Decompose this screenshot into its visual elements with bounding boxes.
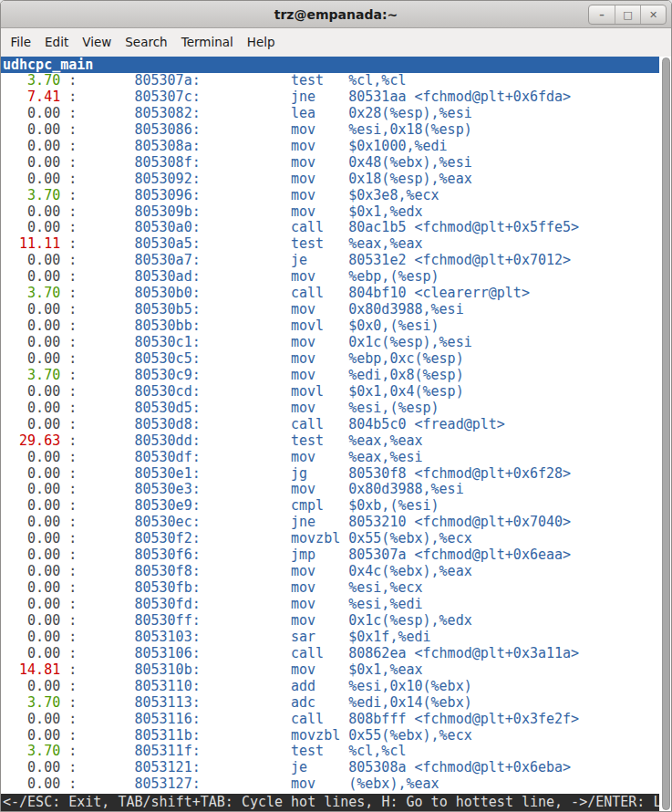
instruction-mnemonic: mov [291, 302, 348, 318]
asm-row[interactable]: 3.70 :80530c9:mov%edi,0x8(%esp) [3, 368, 659, 384]
asm-row[interactable]: 0.00 :80530d8:call804b5c0 <fread@plt> [3, 417, 659, 433]
menu-search[interactable]: Search [119, 28, 174, 57]
asm-row[interactable]: 0.00 :80530ff:mov0x1c(%esp),%edx [3, 613, 659, 630]
menu-view[interactable]: View [76, 28, 119, 57]
asm-row[interactable]: 0.00 :80530b5:mov0x80d3988,%esi [3, 302, 659, 318]
instruction-address: 80530cd: [134, 384, 200, 401]
separator: : [60, 433, 77, 450]
overhead-percent: 0.00 [3, 401, 60, 417]
asm-row[interactable]: 0.00 :80530cd:movl$0x1,0x4(%esp) [3, 384, 659, 401]
asm-row[interactable]: 0.00 :8053106:call80862ea <fchmod@plt+0x… [3, 646, 659, 662]
menu-file[interactable]: File [4, 28, 38, 57]
asm-row[interactable]: 0.00 :80530ad:mov%ebp,(%esp) [3, 269, 659, 286]
instruction-operands: 0x1c(%esp),%edx [348, 613, 471, 630]
separator: : [60, 188, 77, 204]
asm-row[interactable]: 3.70 :80530b0:call804bf10 <clearerr@plt> [3, 286, 659, 302]
maximize-button[interactable]: □ [615, 5, 640, 24]
asm-row[interactable]: 0.00 :8053110:add%esi,0x10(%ebx) [3, 679, 659, 695]
separator: : [60, 662, 77, 679]
asm-row[interactable]: 0.00 :8053121:je805308a <fchmod@plt+0x6e… [3, 760, 659, 776]
overhead-percent: 0.00 [3, 613, 60, 630]
instruction-mnemonic: call [291, 220, 348, 236]
instruction-mnemonic: sar [291, 630, 348, 646]
instruction-address: 8053092: [134, 172, 200, 188]
asm-row[interactable]: 0.00 :805308a:mov$0x1000,%edi [3, 139, 659, 155]
instruction-address: 805307c: [134, 89, 200, 106]
close-icon: ✕ [649, 9, 657, 21]
instruction-address: 80530a0: [134, 220, 200, 236]
asm-row[interactable]: 0.00 :80530d5:mov%esi,(%esp) [3, 401, 659, 417]
menu-terminal[interactable]: Terminal [174, 28, 240, 57]
asm-row[interactable]: 7.41 :805307c:jne80531aa <fchmod@plt+0x6… [3, 89, 659, 106]
asm-row[interactable]: 0.00 :8053116:call808bfff <fchmod@plt+0x… [3, 712, 659, 728]
window-titlebar[interactable]: trz@empanada:~ – □ ✕ [1, 1, 671, 28]
instruction-operands: 0x80d3988,%esi [348, 482, 463, 498]
asm-row[interactable]: 0.00 :80530f8:mov0x4c(%ebx),%eax [3, 564, 659, 580]
asm-row[interactable]: 0.00 :8053092:mov0x18(%esp),%eax [3, 172, 659, 188]
asm-row[interactable]: 0.00 :805309b:mov$0x1,%edx [3, 204, 659, 221]
asm-row[interactable]: 0.00 :8053103:sar$0x1f,%edi [3, 630, 659, 646]
asm-row[interactable]: 3.70 :805311f:test%cl,%cl [3, 744, 659, 760]
asm-row[interactable]: 0.00 :80530fd:mov%esi,%edi [3, 597, 659, 613]
separator: : [60, 646, 77, 662]
menu-edit[interactable]: Edit [38, 28, 76, 57]
instruction-address: 8053106: [134, 646, 200, 662]
asm-row[interactable]: 0.00 :805308f:mov0x48(%ebx),%esi [3, 155, 659, 172]
instruction-operands: 804b5c0 <fread@plt> [348, 417, 505, 433]
separator: : [60, 613, 77, 630]
asm-row[interactable]: 29.63 :80530dd:test%eax,%eax [3, 433, 659, 450]
asm-row[interactable]: 0.00 :80530c1:mov0x1c(%esp),%esi [3, 335, 659, 351]
overhead-percent: 0.00 [3, 351, 60, 368]
separator: : [60, 679, 77, 695]
asm-row[interactable]: 0.00 :80530c5:mov%ebp,0xc(%esp) [3, 351, 659, 368]
instruction-mnemonic: add [291, 679, 348, 695]
separator: : [60, 515, 77, 531]
menu-help[interactable]: Help [240, 28, 282, 57]
asm-row[interactable]: 0.00 :805311b:movzbl0x55(%ebx),%ecx [3, 728, 659, 744]
asm-row[interactable]: 0.00 :80530bb:movl$0x0,(%esi) [3, 318, 659, 335]
asm-row[interactable]: 0.00 :80530a7:je80531e2 <fchmod@plt+0x70… [3, 253, 659, 269]
asm-row[interactable]: 0.00 :80530f6:jmp805307a <fchmod@plt+0x6… [3, 547, 659, 564]
asm-row[interactable]: 0.00 :80530df:mov%eax,%esi [3, 450, 659, 466]
asm-row[interactable]: 0.00 :8053127:mov(%ebx),%eax [3, 776, 659, 793]
asm-row[interactable]: 0.00 :80530e9:cmpl$0xb,(%esi) [3, 498, 659, 515]
instruction-mnemonic: jmp [291, 547, 348, 564]
asm-row[interactable]: 0.00 :80530e3:mov0x80d3988,%esi [3, 482, 659, 498]
instruction-address: 805311b: [134, 728, 200, 744]
overhead-percent: 0.00 [3, 630, 60, 646]
asm-row[interactable]: 0.00 :80530fb:mov%esi,%ecx [3, 580, 659, 597]
asm-row[interactable]: 3.70 :8053113:adc%edi,0x14(%ebx) [3, 695, 659, 712]
scrollbar[interactable] [659, 57, 671, 811]
overhead-percent: 0.00 [3, 547, 60, 564]
overhead-percent: 0.00 [3, 712, 60, 728]
asm-row[interactable]: 3.70 :8053096:mov$0x3e8,%ecx [3, 188, 659, 204]
separator: : [60, 253, 77, 269]
separator: : [60, 172, 77, 188]
asm-row[interactable]: 11.11 :80530a5:test%eax,%eax [3, 236, 659, 253]
overhead-percent: 0.00 [3, 760, 60, 776]
minimize-button[interactable]: – [589, 5, 615, 24]
instruction-operands: $0x1,%edx [348, 204, 422, 221]
asm-row[interactable]: 3.70 :805307a:test%cl,%cl [3, 73, 659, 89]
instruction-mnemonic: test [291, 236, 348, 253]
instruction-operands: 0x80d3988,%esi [348, 302, 463, 318]
instruction-mnemonic: je [291, 253, 348, 269]
asm-row[interactable]: 0.00 :80530ec:jne8053210 <fchmod@plt+0x7… [3, 515, 659, 531]
instruction-address: 80530a7: [134, 253, 200, 269]
overhead-percent: 0.00 [3, 482, 60, 498]
separator: : [60, 630, 77, 646]
asm-row[interactable]: 0.00 :80530a0:call80ac1b5 <fchmod@plt+0x… [3, 220, 659, 236]
asm-row[interactable]: 0.00 :8053082:lea0x28(%esp),%esi [3, 106, 659, 122]
asm-row[interactable]: 0.00 :80530e1:jg80530f8 <fchmod@plt+0x6f… [3, 466, 659, 483]
overhead-percent: 3.70 [3, 73, 60, 89]
overhead-percent: 0.00 [3, 155, 60, 172]
instruction-operands: %esi,%ecx [348, 580, 422, 597]
asm-row[interactable]: 14.81 :805310b:mov$0x1,%eax [3, 662, 659, 679]
scrollbar-thumb[interactable] [662, 57, 670, 810]
close-button[interactable]: ✕ [640, 5, 666, 24]
asm-row[interactable]: 0.00 :8053086:mov%esi,0x18(%esp) [3, 122, 659, 139]
instruction-mnemonic: test [291, 433, 348, 450]
asm-row[interactable]: 0.00 :80530f2:movzbl0x55(%ebx),%ecx [3, 531, 659, 547]
instruction-operands: %esi,0x10(%ebx) [348, 679, 471, 695]
instruction-address: 8053082: [134, 106, 200, 122]
